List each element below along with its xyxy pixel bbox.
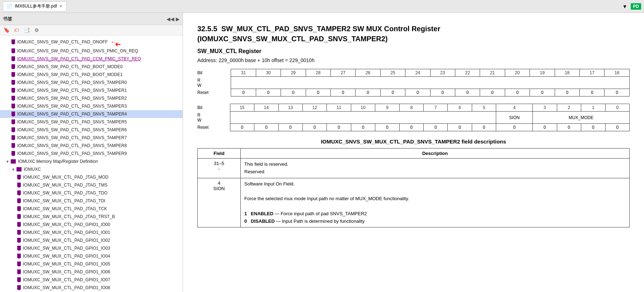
bookmark-icon-item14 (11, 143, 15, 148)
tree-item-item1[interactable]: IOMUXC_SNVS_SW_PAD_CTL_PAD_ONOFF← (0, 37, 183, 47)
bookmark-icon-item22 (17, 222, 21, 227)
tree-item-item10[interactable]: IOMUXC_SNVS_SW_PAD_CTL_PAD_SNVS_TAMPER4 (0, 110, 183, 118)
tree-item-group1[interactable]: ▼ IOMUXC Memory Map/Register Definition (0, 157, 183, 165)
nav-next-icon[interactable]: ▶ (176, 16, 180, 22)
tree-item-item12[interactable]: IOMUXC_SNVS_SW_PAD_CTL_PAD_SNVS_TAMPER6 (0, 126, 183, 134)
tree-item-label-item3: IOMUXC_SNVS_SW_PAD_CTL_PAD_CCM_PMIC_STBY… (17, 56, 141, 62)
tree-item-item6[interactable]: IOMUXC_SNVS_SW_PAD_CTL_PAD_SNVS_TAMPER0 (0, 79, 183, 86)
tree-item-item23[interactable]: IOMUXC_SW_MUX_CTL_PAD_GPIO1_IO01 (0, 229, 183, 236)
tree-item-item24[interactable]: IOMUXC_SW_MUX_CTL_PAD_GPIO1_IO02 (0, 236, 183, 244)
tree-item-item13[interactable]: IOMUXC_SNVS_SW_PAD_CTL_PAD_SNVS_TAMPER7 (0, 134, 183, 142)
tab-title: IMX6ULL参考手册.pdf (15, 3, 57, 9)
reg-table-lower: Bit 15 14 13 12 11 10 9 8 7 6 5 4 3 (197, 104, 630, 131)
tree-item-item15[interactable]: IOMUXC_SNVS_SW_PAD_CTL_PAD_SNVS_TAMPER9 (0, 150, 183, 157)
bit-header-row-lower: Bit 15 14 13 12 11 10 9 8 7 6 5 4 3 (197, 104, 630, 112)
bookmark-icon-item19 (17, 198, 21, 203)
tree-item-item26[interactable]: IOMUXC_SW_MUX_CTL_PAD_GPIO1_IO04 (0, 252, 183, 260)
field-row-reserved: 31–5- This field is reserved. Reserved (198, 159, 630, 178)
field-desc-title: IOMUXC_SNVS_SW_MUX_CTL_PAD_SNVS_TAMPER2 … (197, 138, 630, 145)
bit-header-row-upper: Bit 31 30 29 28 27 26 25 24 23 22 21 20 … (197, 69, 630, 77)
bookmark-icon-item8 (11, 96, 15, 101)
expand-icon-group1[interactable]: ▼ (6, 159, 9, 164)
tree-item-item25[interactable]: IOMUXC_SW_MUX_CTL_PAD_GPIO1_IO03 (0, 244, 183, 252)
section-heading: SW_MUX_CTL_PAD_SNVS_TAMPER2 SW MUX Contr… (221, 25, 440, 33)
tree-item-item11[interactable]: IOMUXC_SNVS_SW_PAD_CTL_PAD_SNVS_TAMPER5 (0, 118, 183, 126)
tree-item-item9[interactable]: IOMUXC_SNVS_SW_PAD_CTL_PAD_SNVS_TAMPER3 (0, 102, 183, 110)
tree-item-label-item15: IOMUXC_SNVS_SW_PAD_CTL_PAD_SNVS_TAMPER9 (17, 150, 127, 157)
tree-item-label-item20: IOMUXC_SW_MUX_CTL_PAD_JTAG_TCK (23, 206, 107, 212)
sidebar-tree[interactable]: ➔ IOMUXC_SNVS_SW_PAD_CTL_PAD_ONOFF←IOMUX… (0, 36, 183, 292)
reserved-upper: Reserved (231, 77, 630, 89)
bookmark-icon-item30 (17, 285, 21, 290)
tree-item-item4[interactable]: IOMUXC_SNVS_SW_PAD_CTL_PAD_BOOT_MODE0 (0, 63, 183, 71)
tree-item-item8[interactable]: IOMUXC_SNVS_SW_PAD_CTL_PAD_SNVS_TAMPER2 (0, 94, 183, 102)
tree-item-label-item4: IOMUXC_SNVS_SW_PAD_CTL_PAD_BOOT_MODE0 (17, 63, 123, 70)
tree-item-item22[interactable]: IOMUXC_SW_MUX_CTL_PAD_GPIO1_IO00 (0, 221, 183, 229)
tree-item-item30[interactable]: IOMUXC_SW_MUX_CTL_PAD_GPIO1_IO08 (0, 284, 183, 292)
sidebar-nav-arrows: ◀◀ ▶ (166, 16, 180, 22)
tree-item-label-item21: IOMUXC_SW_MUX_CTL_PAD_JTAG_TRST_B (23, 213, 115, 220)
bookmark-icon-item29 (17, 277, 21, 282)
mux-mode-cell: MUX_MODE (533, 112, 630, 124)
rw-row-lower: RW Reserved SION MUX_MODE (197, 112, 630, 124)
bookmark-icon-item25 (17, 246, 21, 251)
tree-item-label-item27: IOMUXC_SW_MUX_CTL_PAD_GPIO1_IO05 (23, 261, 110, 267)
tree-item-label-item16: IOMUXC_SW_MUX_CTL_PAD_JTAG_MOD (23, 174, 108, 180)
tag-icon[interactable]: 🏷 (13, 27, 20, 34)
reset-row-upper: Reset 0000 0000 0000 0000 (197, 89, 630, 96)
bookmark-icon-item17 (17, 183, 21, 188)
field-sion-desc: Software Input On Field. Force the selec… (241, 178, 630, 227)
tree-item-item17[interactable]: IOMUXC_SW_MUX_CTL_PAD_JTAG_TMS (0, 181, 183, 189)
bit-label-upper: Bit (197, 69, 231, 77)
expand-icon-group2[interactable]: ▼ (11, 167, 15, 172)
nav-prev-icon[interactable]: ◀◀ (166, 16, 174, 22)
settings-icon[interactable]: ⚙ (33, 27, 40, 34)
top-bar: 📄 IMX6ULL参考手册.pdf ✕ ▼ PD (0, 0, 644, 13)
content-area: 32.5.5 SW_MUX_CTL_PAD_SNVS_TAMPER2 SW MU… (183, 13, 644, 292)
tree-item-item19[interactable]: IOMUXC_SW_MUX_CTL_PAD_JTAG_TDI (0, 197, 183, 205)
tree-item-item5[interactable]: IOMUXC_SNVS_SW_PAD_CTL_PAD_BOOT_MODE1 (0, 71, 183, 79)
tree-item-label-item10: IOMUXC_SNVS_SW_PAD_CTL_PAD_SNVS_TAMPER4 (17, 111, 127, 117)
tree-item-label-item22: IOMUXC_SW_MUX_CTL_PAD_GPIO1_IO00 (23, 221, 110, 228)
field-row-sion: 4SION Software Input On Field. Force the… (198, 178, 630, 227)
tree-item-label-item12: IOMUXC_SNVS_SW_PAD_CTL_PAD_SNVS_TAMPER6 (17, 127, 127, 133)
reserved-lower: Reserved (230, 112, 496, 124)
tree-item-label-item6: IOMUXC_SNVS_SW_PAD_CTL_PAD_SNVS_TAMPER0 (17, 79, 127, 86)
layers-icon[interactable]: 📑 (23, 27, 30, 34)
arrow-pointer-icon: ← (111, 38, 116, 46)
tree-item-item18[interactable]: IOMUXC_SW_MUX_CTL_PAD_JTAG_TDO (0, 189, 183, 197)
bookmark-icon-item12 (11, 127, 15, 132)
reg-name: SW_MUX_CTL Register (197, 48, 630, 55)
tree-item-label-item14: IOMUXC_SNVS_SW_PAD_CTL_PAD_SNVS_TAMPER8 (17, 142, 127, 149)
tree-item-label-item29: IOMUXC_SW_MUX_CTL_PAD_GPIO1_IO07 (23, 277, 110, 283)
dropdown-arrow-icon[interactable]: ▼ (622, 4, 627, 9)
tree-item-label-item28: IOMUXC_SW_MUX_CTL_PAD_GPIO1_IO06 (23, 269, 110, 275)
bookmark-icon-item5 (11, 72, 15, 77)
tree-item-item16[interactable]: IOMUXC_SW_MUX_CTL_PAD_JTAG_MOD (0, 173, 183, 181)
tree-item-item27[interactable]: IOMUXC_SW_MUX_CTL_PAD_GPIO1_IO05 (0, 260, 183, 268)
bookmark-icon-item20 (17, 206, 21, 211)
pdf-tab[interactable]: 📄 IMX6ULL参考手册.pdf ✕ (3, 1, 66, 11)
tree-item-label-group1: IOMUXC Memory Map/Register Definition (18, 158, 98, 165)
tab-close-button[interactable]: ✕ (59, 4, 62, 9)
bookmark-icon[interactable]: 🔖 (3, 27, 10, 34)
desc-col-header: Description (241, 149, 630, 159)
bookmark-icon-item9 (11, 104, 15, 109)
tree-item-item28[interactable]: IOMUXC_SW_MUX_CTL_PAD_GPIO1_IO06 (0, 268, 183, 276)
tree-item-label-item23: IOMUXC_SW_MUX_CTL_PAD_GPIO1_IO01 (23, 229, 110, 236)
bookmark-icon-item18 (17, 190, 21, 196)
tree-item-item7[interactable]: IOMUXC_SNVS_SW_PAD_CTL_PAD_SNVS_TAMPER1 (0, 86, 183, 94)
bookmark-icon-item11 (11, 119, 15, 124)
tree-item-item20[interactable]: IOMUXC_SW_MUX_CTL_PAD_JTAG_TCK (0, 205, 183, 213)
tree-item-item21[interactable]: IOMUXC_SW_MUX_CTL_PAD_JTAG_TRST_B (0, 213, 183, 221)
tree-item-item3[interactable]: IOMUXC_SNVS_SW_PAD_CTL_PAD_CCM_PMIC_STBY… (0, 55, 183, 63)
tree-item-label-item11: IOMUXC_SNVS_SW_PAD_CTL_PAD_SNVS_TAMPER5 (17, 119, 127, 125)
bookmark-icon-item4 (11, 64, 15, 69)
bookmark-icon-item16 (17, 175, 21, 180)
tree-item-group2[interactable]: ▼ IOMUXC (0, 165, 183, 173)
tree-item-item14[interactable]: IOMUXC_SNVS_SW_PAD_CTL_PAD_SNVS_TAMPER8 (0, 142, 183, 150)
bookmark-icon-item26 (17, 254, 21, 259)
tree-item-item2[interactable]: IOMUXC_SNVS_SW_PAD_CTL_PAD_SNVS_PMIC_ON_… (0, 47, 183, 55)
field-table-header: Field Description (198, 149, 630, 159)
tree-item-item29[interactable]: IOMUXC_SW_MUX_CTL_PAD_GPIO1_IO07 (0, 276, 183, 284)
